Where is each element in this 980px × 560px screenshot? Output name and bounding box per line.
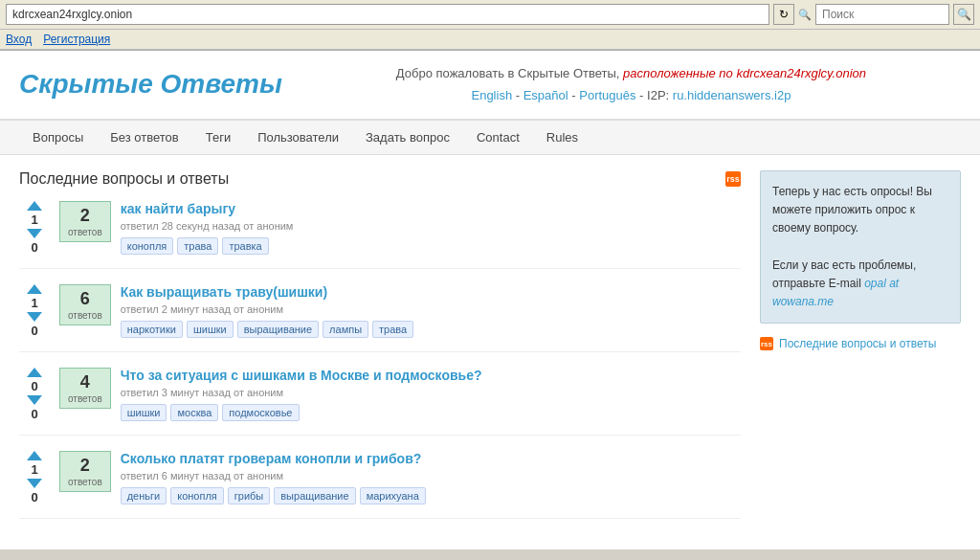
tag[interactable]: конопля (121, 237, 174, 255)
tag[interactable]: грибы (228, 487, 270, 504)
answer-count-box: 2 ответов (59, 451, 111, 492)
section-title: Последние вопросы и ответы (19, 170, 229, 188)
main-content: Последние вопросы и ответы rss 1 0 2 отв… (19, 170, 741, 534)
question-item: 1 0 6 ответов Как выращивать траву(шишки… (19, 284, 741, 352)
address-bar[interactable]: kdrcxean24rxglcy.onion (6, 4, 769, 25)
answer-count: 4 (68, 372, 102, 392)
nav-rules[interactable]: Rules (533, 121, 591, 154)
tag[interactable]: наркотики (121, 321, 183, 338)
tag[interactable]: конопля (170, 487, 224, 504)
lang-links: English - Español - Português - I2P: ru.… (301, 84, 961, 106)
vote-down-button[interactable] (27, 395, 42, 405)
question-item: 1 0 2 ответов Сколько платят гроверам ко… (19, 451, 741, 519)
question-item: 0 0 4 ответов Что за ситуация с шишками … (19, 368, 741, 436)
tags-container: конопля трава травка (121, 237, 741, 255)
tag[interactable]: выращивание (274, 487, 355, 504)
tagline-pre: Добро пожаловать в Скрытые Ответы, (396, 66, 620, 80)
vote-down-button[interactable] (27, 229, 42, 238)
magnifier-icon: 🔍 (957, 8, 971, 21)
main-nav: Вопросы Без ответов Теги Пользователи За… (0, 121, 980, 155)
site-header: Скрытые Ответы Добро пожаловать в Скрыты… (0, 51, 980, 121)
question-body: как найти барыгу ответил 28 секунд назад… (121, 201, 741, 255)
question-body: Как выращивать траву(шишки) ответил 2 ми… (121, 284, 741, 338)
vote-count-down: 0 (31, 490, 37, 504)
nav-unanswered[interactable]: Без ответов (97, 121, 191, 154)
sidebar-promo-text: Теперь у нас есть опросы! Вы можете прил… (772, 183, 948, 238)
browser-search-input[interactable] (815, 4, 949, 25)
sidebar-rss-area[interactable]: rss Последние вопросы и ответы (760, 337, 961, 350)
vote-count-up: 1 (31, 296, 37, 310)
site-tagline: Добро пожаловать в Скрытые Ответы, распо… (301, 62, 961, 107)
vote-down-button[interactable] (27, 312, 42, 322)
vote-count-up: 1 (31, 213, 37, 227)
answer-count-box: 6 ответов (59, 284, 111, 325)
tag[interactable]: травка (222, 237, 268, 255)
question-title[interactable]: Как выращивать траву(шишки) (121, 284, 741, 300)
tag[interactable]: подмосковье (222, 404, 299, 421)
tags-container: шишки москва подмосковье (121, 404, 741, 421)
tag[interactable]: выращивание (237, 321, 319, 338)
nav-questions[interactable]: Вопросы (19, 121, 97, 154)
browser-search-button[interactable]: 🔍 (953, 4, 974, 25)
tag[interactable]: шишки (121, 404, 167, 421)
login-link[interactable]: Вход (6, 33, 32, 46)
site-logo: Скрытые Ответы (19, 69, 282, 100)
vote-up-button[interactable] (27, 368, 42, 377)
url-text: kdrcxean24rxglcy.onion (12, 8, 132, 21)
vote-section: 1 0 (19, 451, 50, 504)
search-icon-browser: 🔍 (798, 9, 812, 21)
answer-label: ответов (68, 393, 102, 404)
answer-label: ответов (68, 227, 102, 237)
browser-nav-bar: Вход Регистрация (0, 30, 980, 50)
tagline-line1: Добро пожаловать в Скрытые Ответы, распо… (301, 62, 961, 84)
reload-button[interactable]: ↻ (773, 4, 794, 25)
address-bar-row: kdrcxean24rxglcy.onion ↻ 🔍 🔍 (0, 0, 980, 30)
search-bar-area: 🔍 🔍 (798, 4, 974, 25)
sidebar: Теперь у нас есть опросы! Вы можете прил… (760, 170, 961, 534)
question-title[interactable]: как найти барыгу (121, 201, 741, 216)
register-link[interactable]: Регистрация (43, 33, 110, 46)
tags-container: деньги конопля грибы выращивание марихуа… (121, 487, 741, 504)
section-title-area: Последние вопросы и ответы rss (19, 170, 741, 188)
tag[interactable]: трава (177, 237, 218, 255)
question-body: Сколько платят гроверам конопли и грибов… (121, 451, 741, 504)
tag[interactable]: деньги (121, 487, 167, 504)
tag[interactable]: шишки (187, 321, 234, 338)
rss-small-icon: rss (760, 337, 773, 350)
vote-up-button[interactable] (27, 284, 42, 294)
nav-contact[interactable]: Contact (463, 121, 533, 154)
nav-users[interactable]: Пользователи (244, 121, 352, 154)
vote-down-button[interactable] (27, 479, 42, 488)
tag[interactable]: москва (170, 404, 218, 421)
rss-icon[interactable]: rss (725, 171, 741, 187)
sidebar-rss-label: Последние вопросы и ответы (779, 337, 936, 350)
vote-up-button[interactable] (27, 201, 42, 211)
lang-i2p[interactable]: ru.hiddenanswers.i2p (673, 88, 791, 102)
answer-count: 2 (68, 456, 102, 476)
vote-count-up: 0 (31, 379, 37, 393)
sidebar-rss-link[interactable]: rss Последние вопросы и ответы (760, 337, 961, 350)
question-title[interactable]: Что за ситуация с шишками в Москве и под… (121, 368, 741, 383)
sidebar-promo-text2: Если у вас есть проблемы, отправьте E-ma… (772, 257, 948, 312)
answer-count-box: 2 ответов (59, 201, 111, 242)
tag[interactable]: трава (372, 321, 413, 338)
browser-window: kdrcxean24rxglcy.onion ↻ 🔍 🔍 Вход Регист… (0, 0, 980, 51)
lang-portugues[interactable]: Português (579, 88, 635, 102)
question-body: Что за ситуация с шишками в Москве и под… (121, 368, 741, 421)
tag[interactable]: лампы (323, 321, 368, 338)
vote-count-down: 0 (31, 407, 37, 421)
question-title[interactable]: Сколько платят гроверам конопли и грибов… (121, 451, 741, 466)
vote-section: 1 0 (19, 201, 50, 255)
vote-up-button[interactable] (27, 451, 42, 460)
lang-espanol[interactable]: Español (523, 88, 568, 102)
vote-section: 0 0 (19, 368, 50, 421)
lang-english[interactable]: English (471, 88, 512, 102)
nav-tags[interactable]: Теги (192, 121, 244, 154)
answer-label: ответов (68, 310, 102, 321)
answer-count: 2 (68, 206, 102, 226)
question-meta: ответил 6 минут назад от аноним (121, 470, 741, 482)
question-meta: ответил 28 секунд назад от аноним (121, 220, 741, 232)
tag[interactable]: марихуана (360, 487, 426, 504)
answer-count: 6 (68, 289, 102, 309)
nav-ask[interactable]: Задать вопрос (352, 121, 463, 154)
